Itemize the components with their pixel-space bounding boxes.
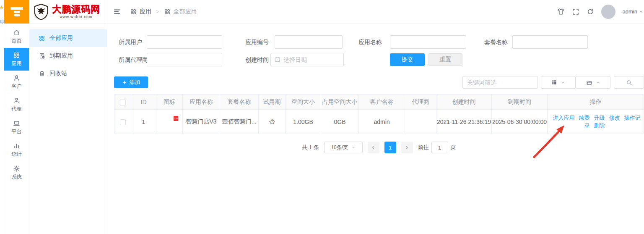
- breadcrumb: 应用 > 全部应用: [130, 8, 197, 16]
- sidebar-item-system[interactable]: 系统: [4, 161, 29, 184]
- next-page-button[interactable]: [401, 142, 413, 153]
- chevron-down-icon: [351, 145, 356, 150]
- cell-used-space: 0GB: [321, 110, 359, 134]
- user-avatar[interactable]: [601, 5, 615, 19]
- col-customer: 客户名称: [359, 95, 405, 110]
- export-folder-button[interactable]: [576, 76, 610, 89]
- app-name-input[interactable]: [390, 35, 466, 49]
- col-space: 空间大小: [286, 95, 321, 110]
- theme-tshirt-icon[interactable]: [557, 8, 565, 16]
- add-button[interactable]: 添加: [114, 76, 148, 88]
- fullscreen-icon[interactable]: [572, 8, 579, 16]
- cell-package-name: 壹佰智慧门...: [220, 110, 259, 134]
- date-input[interactable]: [270, 53, 344, 66]
- sidebar-item-home[interactable]: 首页: [4, 25, 29, 48]
- submenu-item-expired-apps[interactable]: 到期应用: [29, 47, 107, 65]
- reset-button[interactable]: 重置: [428, 53, 462, 66]
- pagination: 共 1 条 10条/页 1 前往 页: [114, 142, 644, 153]
- cell-customer: admin: [359, 110, 405, 134]
- search-icon: [626, 79, 632, 86]
- submenu-item-recycle-bin[interactable]: 回收站: [29, 65, 107, 82]
- col-package-name: 套餐名称: [220, 95, 259, 110]
- sidebar-item-platform[interactable]: 平台: [4, 116, 29, 139]
- laptop-icon: [13, 120, 20, 127]
- col-id: ID: [131, 95, 156, 110]
- select-all-checkbox[interactable]: [120, 100, 126, 105]
- submit-button[interactable]: 提交: [390, 53, 425, 66]
- chevron-down-icon: [596, 80, 600, 85]
- brand-url: www.wobbt.com: [60, 15, 92, 19]
- header-main: 应用 > 全部应用 admin: [107, 0, 644, 23]
- user-menu[interactable]: admin: [623, 8, 643, 15]
- table-row: 1 K 智慧门店 3.0 智慧门店V3 壹佰智慧门...: [114, 110, 644, 134]
- app-name-label: 应用名称: [358, 35, 382, 49]
- cell-created: 2021-11-26 21:36:19: [436, 110, 492, 134]
- cell-expires: 2025-06-30 00:00:00: [492, 110, 548, 134]
- col-expires: 到期时间: [492, 95, 548, 110]
- plus-icon: [122, 80, 127, 85]
- col-trial: 试用期: [259, 95, 286, 110]
- app-code-label: 应用编号: [245, 35, 269, 49]
- prev-page-button[interactable]: [368, 142, 379, 153]
- sidebar-item-apps[interactable]: 应用: [4, 48, 29, 71]
- cell-space: 1.00GB: [286, 110, 321, 134]
- header: 大鹏源码网 www.wobbt.com 应用 > 全部应用: [4, 0, 644, 24]
- keyword-search-input[interactable]: [462, 76, 538, 89]
- sidebar-toggle-icon[interactable]: [113, 8, 121, 16]
- sidebar-item-agents[interactable]: 代理: [4, 93, 29, 116]
- agent-user-icon: [13, 97, 20, 104]
- eagle-shield-logo-icon: [32, 3, 50, 21]
- document-expired-icon: [39, 53, 45, 59]
- app-code-input[interactable]: [275, 35, 343, 49]
- row-checkbox[interactable]: [120, 119, 126, 125]
- apps-grid-icon: [164, 8, 171, 15]
- apps-grid-icon: [130, 8, 137, 15]
- col-app-name: 应用名称: [183, 95, 220, 110]
- table-header-row: ID 图标 应用名称 套餐名称 试用期 空间大小 占用空间大小 客户名称 代理商…: [114, 95, 644, 110]
- user-icon: [13, 74, 20, 82]
- chevron-right-icon: [405, 145, 409, 150]
- brand: 大鹏源码网 www.wobbt.com: [29, 0, 107, 23]
- enter-app-link[interactable]: 进入应用: [553, 115, 575, 121]
- col-created: 创建时间: [436, 95, 492, 110]
- cell-actions: 进入应用续费升级修改操作记录删除: [548, 110, 644, 134]
- sidebar-item-statistics[interactable]: 统计: [4, 139, 29, 161]
- package-label: 套餐名称: [484, 35, 508, 49]
- submenu-item-all-apps[interactable]: 全部应用: [29, 29, 107, 47]
- sidebar-item-customers[interactable]: 客户: [4, 71, 29, 93]
- density-grid-icon: [551, 79, 557, 85]
- search-button[interactable]: [614, 76, 644, 89]
- browser-edge-strip: ★: [0, 0, 4, 234]
- page-size-select[interactable]: 10条/页: [324, 142, 363, 153]
- breadcrumb-separator: >: [156, 8, 159, 15]
- apps-grid-icon: [39, 35, 45, 42]
- bar-chart-icon: [13, 142, 20, 150]
- owner-input[interactable]: [147, 35, 222, 49]
- created-label: 创建时间: [245, 53, 269, 66]
- total-count: 共 1 条: [302, 144, 319, 151]
- upgrade-link[interactable]: 升级: [594, 115, 605, 121]
- page-number-current[interactable]: 1: [384, 142, 396, 153]
- breadcrumb-section[interactable]: 应用: [140, 8, 151, 16]
- renew-link[interactable]: 续费: [579, 115, 590, 121]
- goto-page-input[interactable]: [431, 142, 448, 153]
- home-icon: [13, 29, 20, 36]
- bookmark-star-icon: ★: [0, 4, 4, 11]
- agent-label: 所属代理商: [119, 53, 148, 66]
- package-input[interactable]: [512, 35, 588, 49]
- chevron-left-icon: [371, 145, 376, 150]
- col-used-space: 占用空间大小: [321, 95, 359, 110]
- apps-grid-icon: [13, 52, 20, 59]
- refresh-icon[interactable]: [587, 8, 594, 16]
- edit-link[interactable]: 修改: [609, 115, 620, 121]
- cell-agent: [405, 110, 436, 134]
- trash-icon: [39, 70, 45, 77]
- delete-link[interactable]: 删除: [594, 122, 605, 129]
- date-picker[interactable]: [270, 53, 344, 66]
- cell-id: 1: [131, 110, 156, 134]
- main-content: 所属用户 应用编号 应用名称 套餐名称 所属代理商 创建时间 提交 重置 添加: [107, 24, 644, 234]
- gear-icon: [13, 165, 20, 172]
- breadcrumb-page: 全部应用: [174, 8, 197, 16]
- agent-input[interactable]: [147, 53, 222, 66]
- column-density-button[interactable]: [541, 76, 576, 89]
